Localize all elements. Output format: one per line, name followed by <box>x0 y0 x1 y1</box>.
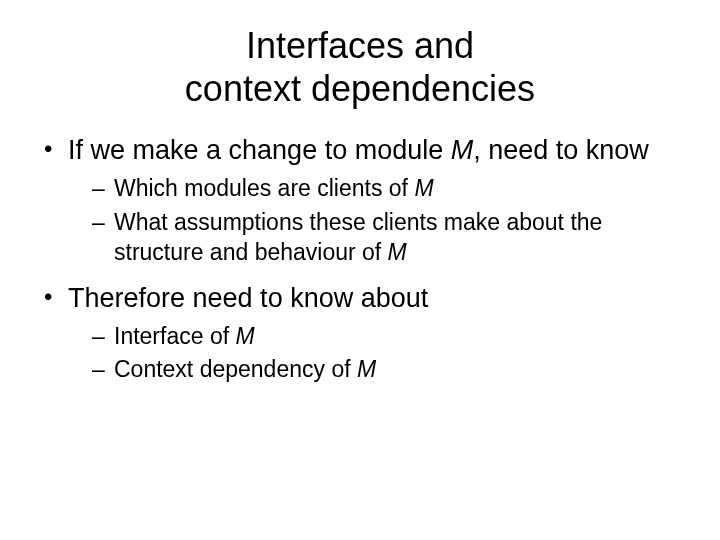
bullet-item: Therefore need to know about Interface o… <box>40 282 680 386</box>
text-italic: M <box>451 135 474 165</box>
text-italic: M <box>388 239 407 265</box>
bullet-item: If we make a change to module M, need to… <box>40 134 680 267</box>
sub-item: What assumptions these clients make abou… <box>68 208 680 268</box>
text-fragment: Interface of <box>114 323 235 349</box>
text-fragment: Context dependency of <box>114 356 357 382</box>
text-italic: M <box>235 323 254 349</box>
bullet-list: If we make a change to module M, need to… <box>40 134 680 385</box>
text-fragment: Which modules are clients of <box>114 175 414 201</box>
title-line-1: Interfaces and <box>246 25 474 66</box>
text-italic: M <box>414 175 433 201</box>
sub-item: Interface of M <box>68 322 680 352</box>
text-fragment: , need to know <box>473 135 649 165</box>
text-fragment: What assumptions these clients make abou… <box>114 209 602 265</box>
title-line-2: context dependencies <box>185 68 535 109</box>
slide-title: Interfaces and context dependencies <box>40 24 680 110</box>
bullet-text: If we make a change to module M, need to… <box>68 135 649 165</box>
sub-list: Interface of M Context dependency of M <box>68 322 680 386</box>
sub-list: Which modules are clients of M What assu… <box>68 174 680 268</box>
bullet-text: Therefore need to know about <box>68 283 428 313</box>
sub-item: Context dependency of M <box>68 355 680 385</box>
slide: Interfaces and context dependencies If w… <box>0 0 720 540</box>
text-italic: M <box>357 356 376 382</box>
text-fragment: If we make a change to module <box>68 135 451 165</box>
sub-item: Which modules are clients of M <box>68 174 680 204</box>
text-fragment: Therefore need to know about <box>68 283 428 313</box>
